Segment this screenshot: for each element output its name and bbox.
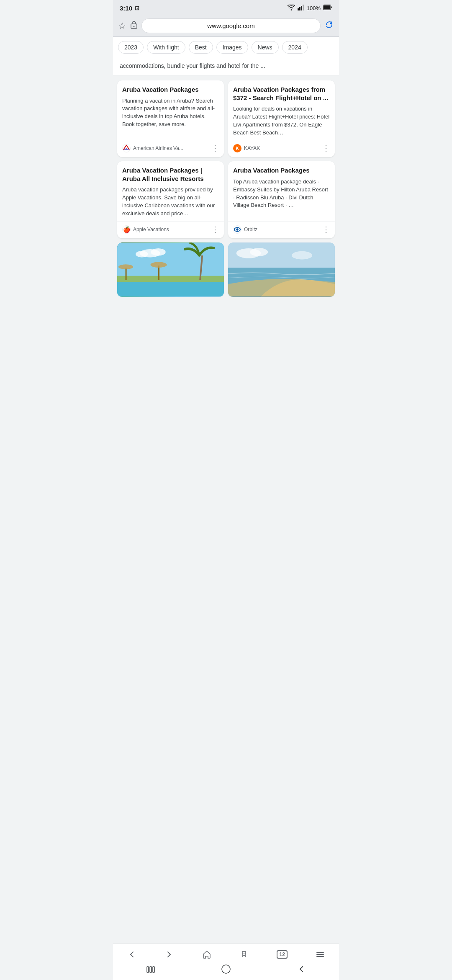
svg-point-24: [250, 248, 268, 256]
star-icon[interactable]: ☆: [118, 21, 126, 31]
filter-bar: 2023 With flight Best Images News 2024: [113, 37, 339, 58]
kayak-source-label: KAYAK: [244, 145, 260, 151]
card-aa-desc: Planning a vacation in Aruba? Search vac…: [122, 97, 219, 129]
svg-point-25: [292, 251, 312, 260]
svg-rect-2: [301, 6, 302, 10]
card-orbitz-source: Orbitz: [233, 225, 257, 234]
card-aa-title: Aruba Vacation Packages: [122, 85, 219, 94]
status-bar: 3:10 ⊡ 100%: [113, 0, 339, 15]
aa-source-label: American Airlines Va...: [133, 145, 183, 151]
image-card-beach[interactable]: [228, 242, 335, 297]
svg-rect-13: [126, 268, 127, 280]
chip-news[interactable]: News: [252, 41, 279, 54]
card-orbitz-title: Aruba Vacation Packages: [233, 166, 330, 175]
chip-2024[interactable]: 2024: [282, 41, 308, 54]
svg-point-7: [134, 26, 135, 27]
card-kayak-desc: Looking for deals on vacations in Aruba?…: [233, 105, 330, 137]
apple-source-label: Apple Vacations: [133, 227, 169, 232]
kayak-more-icon[interactable]: ⋮: [322, 144, 330, 153]
battery-icon: [323, 5, 332, 11]
svg-point-19: [151, 248, 165, 256]
svg-rect-12: [117, 276, 224, 282]
svg-rect-1: [299, 7, 300, 10]
svg-rect-0: [298, 8, 299, 10]
signal-icon: [298, 5, 304, 12]
cards-section: Aruba Vacation Packages Planning a vacat…: [113, 75, 339, 302]
orbitz-source-label: Orbitz: [244, 227, 257, 232]
svg-point-16: [150, 262, 167, 268]
card-apple-title: Aruba Vacation Packages | Aruba All Incl…: [122, 166, 219, 183]
svg-point-20: [136, 251, 148, 258]
aa-logo: [122, 144, 131, 152]
card-kayak-title: Aruba Vacation Packages from $372 - Sear…: [233, 85, 330, 102]
url-bar[interactable]: www.google.com: [141, 18, 321, 33]
chip-2023[interactable]: 2023: [118, 41, 144, 54]
svg-rect-3: [303, 5, 304, 10]
card-apple[interactable]: Aruba Vacation Packages | Aruba All Incl…: [117, 161, 224, 238]
orbitz-more-icon[interactable]: ⋮: [322, 225, 330, 234]
battery-percent: 100%: [307, 5, 321, 11]
cards-grid: Aruba Vacation Packages Planning a vacat…: [117, 80, 335, 238]
card-aa-source: American Airlines Va...: [122, 144, 183, 152]
svg-rect-11: [117, 280, 224, 296]
card-apple-source: 🍎 Apple Vacations: [122, 225, 169, 234]
apple-logo: 🍎: [122, 225, 131, 234]
notification-icon: ⊡: [135, 5, 139, 11]
card-aa-body: Aruba Vacation Packages Planning a vacat…: [117, 80, 224, 140]
card-kayak-source: K KAYAK: [233, 144, 260, 152]
image-card-pool[interactable]: [117, 242, 224, 297]
lock-icon: [131, 21, 137, 31]
card-apple-desc: Aruba vacation packages provided by Appl…: [122, 186, 219, 217]
card-orbitz[interactable]: Aruba Vacation Packages Top Aruba vacati…: [228, 161, 335, 238]
card-aa-footer: American Airlines Va... ⋮: [117, 140, 224, 157]
status-left: 3:10 ⊡: [120, 5, 139, 12]
wifi-icon: [288, 5, 295, 12]
svg-rect-5: [324, 5, 331, 10]
apple-more-icon[interactable]: ⋮: [211, 225, 219, 234]
card-apple-footer: 🍎 Apple Vacations ⋮: [117, 221, 224, 238]
snippet-text: accommodations, bundle your flights and …: [120, 62, 265, 69]
chip-images[interactable]: Images: [216, 41, 248, 54]
card-orbitz-desc: Top Aruba vacation package deals · Embas…: [233, 178, 330, 209]
card-orbitz-footer: Orbitz ⋮: [228, 221, 335, 238]
card-kayak-body: Aruba Vacation Packages from $372 - Sear…: [228, 80, 335, 140]
card-kayak[interactable]: Aruba Vacation Packages from $372 - Sear…: [228, 80, 335, 157]
chip-with-flight[interactable]: With flight: [147, 41, 185, 54]
status-time: 3:10: [120, 5, 132, 12]
card-orbitz-body: Aruba Vacation Packages Top Aruba vacati…: [228, 161, 335, 221]
chip-best[interactable]: Best: [189, 41, 213, 54]
refresh-button[interactable]: [325, 20, 334, 32]
svg-point-9: [236, 228, 238, 230]
svg-rect-15: [158, 266, 159, 280]
browser-bar: ☆ www.google.com: [113, 15, 339, 37]
card-apple-body: Aruba Vacation Packages | Aruba All Incl…: [117, 161, 224, 221]
status-right: 100%: [288, 5, 332, 12]
orbitz-logo: [233, 225, 241, 234]
svg-point-14: [118, 264, 133, 269]
card-kayak-footer: K KAYAK ⋮: [228, 140, 335, 157]
image-cards-grid: [117, 242, 335, 297]
aa-more-icon[interactable]: ⋮: [211, 144, 219, 153]
snippet-bar: accommodations, bundle your flights and …: [113, 58, 339, 75]
kayak-logo: K: [233, 144, 241, 152]
card-aa[interactable]: Aruba Vacation Packages Planning a vacat…: [117, 80, 224, 157]
